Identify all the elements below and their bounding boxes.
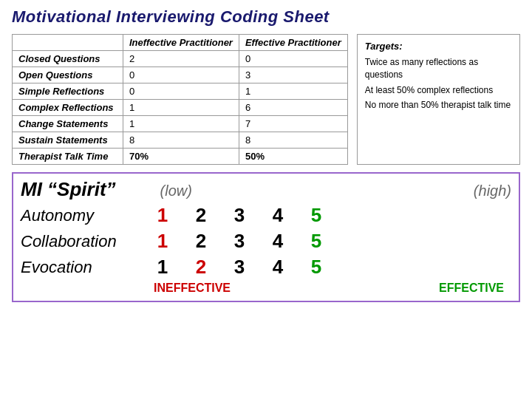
- table-row-label: Therapist Talk Time: [13, 149, 123, 165]
- spirit-number-group: 12345: [154, 204, 325, 227]
- table-cell-effective: 7: [239, 116, 347, 132]
- spirit-number: 4: [269, 256, 287, 279]
- table-row-label: Closed Questions: [13, 51, 123, 67]
- table-cell-ineffective: 70%: [123, 149, 239, 165]
- spirit-number: 5: [307, 204, 325, 227]
- spirit-row-label: Autonomy: [21, 206, 146, 225]
- spirit-low-label: (low): [160, 183, 192, 200]
- spirit-number: 5: [307, 230, 325, 253]
- spirit-number: 1: [154, 230, 171, 253]
- table-cell-ineffective: 0: [123, 83, 239, 100]
- spirit-number: 3: [231, 204, 248, 227]
- table-cell-ineffective: 2: [123, 51, 239, 67]
- spirit-number: 1: [154, 204, 171, 227]
- spirit-high-label: (high): [474, 183, 511, 200]
- table-cell-ineffective: 8: [123, 132, 239, 149]
- spirit-number: 2: [192, 204, 210, 227]
- table-cell-effective: 6: [239, 100, 347, 116]
- table-row-label: Change Statements: [13, 116, 123, 132]
- spirit-title: MI “Spirit”: [21, 178, 116, 201]
- target-item: No more than 50% therapist talk time: [365, 99, 512, 112]
- table-row-label: Sustain Statements: [13, 132, 123, 149]
- spirit-header: MI “Spirit” (low) (high): [21, 178, 511, 201]
- spirit-row-label: Collaboration: [21, 232, 146, 251]
- spirit-row: Autonomy12345: [21, 204, 511, 227]
- spirit-number-group: 12345: [154, 230, 325, 253]
- table-cell-ineffective: 1: [123, 100, 239, 116]
- col-header-label: [13, 35, 123, 51]
- targets-title: Targets:: [365, 41, 512, 52]
- table-cell-effective: 50%: [239, 149, 347, 165]
- spirit-number: 4: [269, 230, 287, 253]
- ineffective-label: INEFFECTIVE: [154, 282, 231, 295]
- page-title: Motivational Interviewing Coding Sheet: [12, 7, 520, 27]
- table-cell-effective: 1: [239, 83, 347, 100]
- spirit-section: MI “Spirit” (low) (high) Autonomy12345Co…: [12, 172, 520, 302]
- targets-list: Twice as many reflections as questionsAt…: [365, 56, 512, 112]
- spirit-row-label: Evocation: [21, 258, 146, 277]
- table-cell-effective: 3: [239, 67, 347, 83]
- table-cell-ineffective: 0: [123, 67, 239, 83]
- spirit-number: 2: [192, 230, 210, 253]
- spirit-number: 4: [269, 204, 287, 227]
- spirit-number: 1: [154, 256, 171, 279]
- col-header-ineffective: Ineffective Practitioner: [123, 35, 239, 51]
- col-header-effective: Effective Practitioner: [239, 35, 347, 51]
- table-row-label: Complex Reflections: [13, 100, 123, 116]
- spirit-number: 5: [307, 256, 325, 279]
- top-section: Ineffective Practitioner Effective Pract…: [12, 34, 520, 165]
- target-item: Twice as many reflections as questions: [365, 56, 512, 81]
- ineffective-effective-row: INEFFECTIVE EFFECTIVE: [21, 282, 511, 295]
- table-row-label: Simple Reflections: [13, 83, 123, 100]
- spirit-row: Evocation12345: [21, 256, 511, 279]
- spirit-number: 2: [192, 256, 210, 279]
- table-row-label: Open Questions: [13, 67, 123, 83]
- spirit-rows: Autonomy12345Collaboration12345Evocation…: [21, 204, 511, 279]
- table-cell-effective: 0: [239, 51, 347, 67]
- spirit-row: Collaboration12345: [21, 230, 511, 253]
- spirit-number: 3: [231, 230, 248, 253]
- spirit-number: 3: [231, 256, 248, 279]
- targets-box: Targets: Twice as many reflections as qu…: [357, 34, 520, 165]
- spirit-number-group: 12345: [154, 256, 325, 279]
- table-cell-effective: 8: [239, 132, 347, 149]
- table-cell-ineffective: 1: [123, 116, 239, 132]
- effective-label: EFFECTIVE: [439, 282, 504, 295]
- coding-table: Ineffective Practitioner Effective Pract…: [12, 34, 348, 165]
- target-item: At least 50% complex reflections: [365, 84, 512, 97]
